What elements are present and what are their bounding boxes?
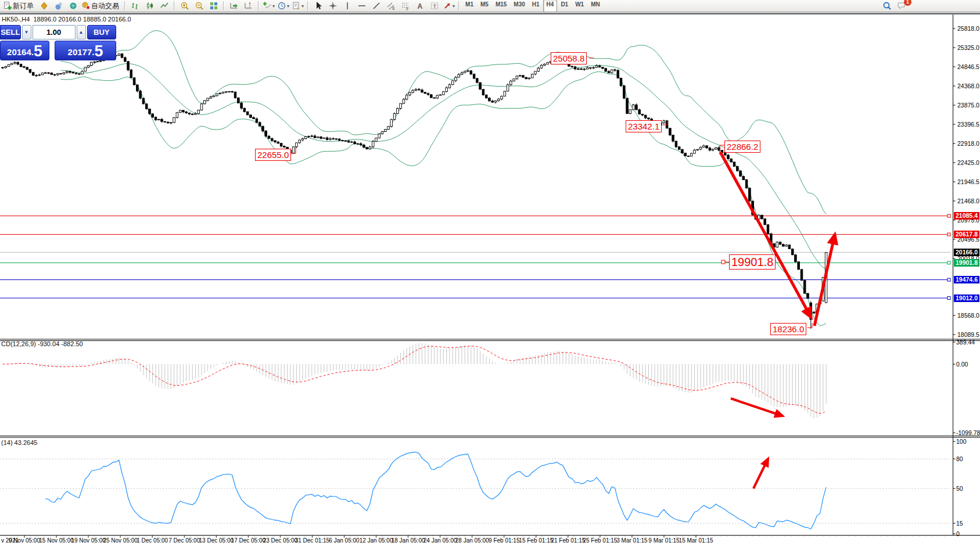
annotation-anchor[interactable] (721, 260, 725, 264)
periods-button[interactable]: ▾ (276, 0, 290, 12)
chart-shift-icon (244, 1, 253, 10)
community-button[interactable] (51, 0, 66, 12)
rsi-indicator-label: (14) 43.2645 (1, 439, 37, 446)
bar-chart-button[interactable] (128, 0, 142, 12)
sell-button[interactable]: SELL (0, 25, 21, 39)
annotation-connector (807, 323, 812, 328)
tile-windows-button[interactable] (206, 0, 221, 12)
sell-price-main: 20164. (7, 45, 34, 59)
signals-icon (69, 1, 78, 10)
templates-button[interactable]: ▾ (290, 0, 305, 12)
zoom-out-button[interactable] (192, 0, 206, 12)
vertical-line-button[interactable] (340, 0, 354, 12)
trend-arrow[interactable] (753, 459, 768, 488)
annotations-layer[interactable] (291, 58, 835, 488)
horizontal-level-lines[interactable] (0, 214, 950, 299)
periods-icon (277, 1, 286, 10)
arrows-button[interactable]: ▾ (441, 0, 456, 12)
chart-canvas[interactable] (0, 0, 980, 546)
trade-panel-price-row: 20164.5 20177.5 (0, 41, 116, 60)
sell-price-display[interactable]: 20164.5 (0, 41, 49, 60)
volume-decrease-button[interactable]: ▼ (22, 25, 31, 39)
toolbar-separator (307, 1, 308, 10)
timeframe-d1-button[interactable]: D1 (557, 0, 572, 12)
trade-panel-top-row: SELL ▼ ▲ BUY (0, 25, 116, 39)
arrows-icon (443, 1, 452, 10)
trend-arrow[interactable] (814, 235, 835, 326)
line-chart-button[interactable] (157, 0, 171, 12)
auto-trading-button[interactable]: 自动交易 (80, 0, 122, 12)
text-button[interactable]: A (412, 0, 427, 12)
chevron-down-icon[interactable]: ▾ (453, 3, 455, 9)
volume-input[interactable] (33, 25, 76, 39)
trend-arrow[interactable] (731, 398, 782, 416)
auto-scroll-button[interactable] (227, 0, 241, 12)
new-order-label: 新订单 (13, 1, 34, 11)
templates-icon (292, 1, 301, 10)
equidistant-channel-button[interactable]: E (383, 0, 398, 12)
community-icon (54, 1, 63, 10)
buy-price-pips: 5 (94, 44, 103, 59)
rsi-layer (0, 452, 950, 529)
signals-button[interactable] (66, 0, 80, 12)
text-label-button[interactable]: T (427, 0, 441, 12)
candle-chart-icon (145, 1, 155, 10)
metaquotes-icon (40, 1, 49, 10)
svg-text:T: T (433, 3, 436, 9)
timeframe-m30-button[interactable]: M30 (510, 0, 528, 12)
window-edge (0, 13, 980, 15)
buy-button[interactable]: BUY (87, 25, 116, 39)
timeframe-w1-button[interactable]: W1 (572, 0, 587, 12)
horizontal-line-button[interactable] (354, 0, 369, 12)
notification-badge[interactable]: 1 (904, 0, 911, 6)
level-handle[interactable] (947, 214, 950, 217)
cursor-button[interactable] (311, 0, 325, 12)
macd-signal-line (3, 346, 827, 414)
level-handle[interactable] (947, 233, 950, 236)
one-click-trading-panel: SELL ▼ ▲ BUY 20164.5 20177.5 (0, 25, 116, 60)
zoom-in-button[interactable] (177, 0, 192, 12)
timeframe-m5-button[interactable]: M5 (477, 0, 492, 12)
timeframe-h1-button[interactable]: H1 (529, 0, 543, 12)
bollinger-bands (61, 31, 827, 326)
chevron-down-icon[interactable]: ▾ (272, 3, 275, 9)
toolbar-separator (258, 1, 259, 10)
level-handle[interactable] (947, 261, 950, 264)
line-chart-icon (160, 1, 169, 10)
level-handle[interactable] (947, 278, 950, 281)
chevron-down-icon[interactable]: ▾ (301, 3, 304, 9)
new-order-button[interactable]: 新订单 (2, 0, 37, 12)
sell-price-pips: 5 (34, 44, 42, 59)
chart-shift-button[interactable] (241, 0, 256, 12)
buy-price-display[interactable]: 20177.5 (55, 41, 116, 60)
auto-trading-label: 自动交易 (91, 1, 119, 11)
chevron-down-icon[interactable]: ▾ (287, 3, 289, 9)
zoom-in-icon (180, 1, 189, 10)
search-button[interactable] (880, 0, 894, 12)
zoom-out-icon (195, 1, 204, 10)
search-icon (882, 1, 892, 10)
candles-layer (2, 53, 827, 329)
bollinger-lower-band (61, 72, 827, 326)
volume-increase-button[interactable]: ▲ (77, 25, 86, 39)
indicators-button[interactable]: ▾ (261, 0, 276, 12)
candle-chart-button[interactable] (142, 0, 157, 12)
horizontal-line-icon (357, 1, 367, 10)
chat-button[interactable]: 1 (894, 0, 909, 12)
toolbar-right-icons: 1 (880, 0, 909, 12)
rsi-line (45, 452, 826, 529)
level-handle[interactable] (947, 297, 950, 300)
timeframe-h4-button[interactable]: H4 (543, 0, 558, 12)
svg-text:E: E (392, 6, 395, 10)
timeframe-m15-button[interactable]: M15 (492, 0, 510, 12)
timeframe-mn-button[interactable]: MN (587, 0, 604, 12)
timeframe-m1-button[interactable]: M1 (462, 0, 477, 12)
pane-frames (0, 14, 980, 538)
fibonacci-icon: F (401, 1, 410, 10)
metaquotes-button[interactable] (37, 0, 51, 12)
crosshair-button[interactable] (325, 0, 340, 12)
auto-trading-icon (81, 1, 91, 10)
fibonacci-button[interactable]: F (398, 0, 412, 12)
trendline-button[interactable] (369, 0, 383, 12)
bar-chart-icon (131, 1, 140, 10)
